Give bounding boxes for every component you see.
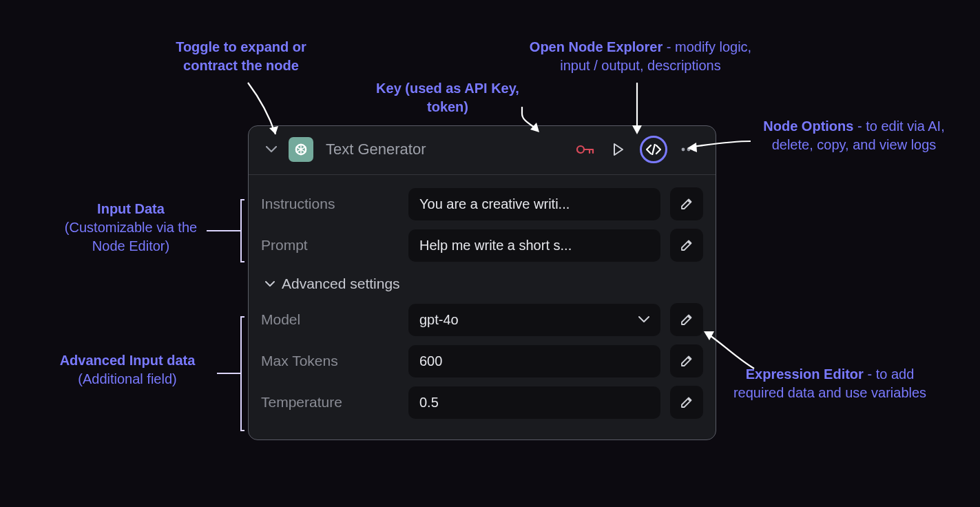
temperature-value: 0.5 [419,395,439,411]
pencil-icon [680,313,694,327]
instructions-row: Instructions You are a creative writi... [261,183,703,225]
prompt-value: Help me write a short s... [419,238,572,254]
max-tokens-field[interactable]: 600 [408,345,660,377]
prompt-edit-button[interactable] [670,229,703,262]
model-value: gpt-4o [419,312,459,328]
more-horizontal-icon [681,147,696,152]
temperature-row: Temperature 0.5 [261,382,703,423]
svg-point-4 [693,148,696,152]
svg-point-1 [577,146,584,153]
model-select[interactable]: gpt-4o [408,304,660,336]
max-tokens-edit-button[interactable] [670,344,703,377]
max-tokens-row: Max Tokens 600 [261,340,703,382]
open-node-explorer-button[interactable] [640,136,667,163]
pencil-icon [680,197,694,211]
annotation-input-data: Input Data(Customizable via the Node Edi… [52,200,210,256]
toggle-expand-button[interactable] [264,142,279,157]
max-tokens-label: Max Tokens [261,353,399,369]
node-title: Text Generator [326,141,564,158]
model-row: Model gpt-4o [261,299,703,340]
instructions-label: Instructions [261,196,399,212]
instructions-value: You are a creative writi... [419,196,570,212]
node-body: Instructions You are a creative writi...… [249,175,716,439]
key-icon [576,145,594,154]
node-header: Text Generator [249,126,716,175]
annotation-options: Node Options - to edit via AI, delete, c… [754,117,954,154]
pencil-icon [680,238,694,252]
advanced-settings-toggle[interactable]: Advanced settings [261,266,703,299]
node-options-button[interactable] [677,138,700,161]
play-icon [613,143,624,156]
prompt-row: Prompt Help me write a short s... [261,225,703,266]
chevron-down-icon [638,316,649,323]
annotation-adv-input: Advanced Input data(Additional field) [38,351,217,389]
api-key-button[interactable] [574,138,597,161]
annotation-explorer: Open Node Explorer - modify logic, input… [517,38,764,75]
svg-point-2 [682,148,685,152]
model-label: Model [261,311,399,328]
annotation-toggle: Toggle to expand or contract the node [152,38,331,75]
prompt-field[interactable]: Help me write a short s... [408,229,660,262]
temperature-field[interactable]: 0.5 [408,386,660,419]
pencil-icon [680,354,694,368]
run-button[interactable] [607,138,630,161]
pencil-icon [680,395,694,409]
temperature-label: Temperature [261,394,399,411]
temperature-edit-button[interactable] [670,386,703,419]
instructions-field[interactable]: You are a creative writi... [408,188,660,220]
max-tokens-value: 600 [419,353,442,369]
node-card: Text Generator [248,125,716,440]
svg-point-3 [687,148,691,152]
advanced-settings-label: Advanced settings [282,276,400,292]
model-edit-button[interactable] [670,303,703,336]
instructions-edit-button[interactable] [670,187,703,220]
code-icon [646,144,661,155]
chevron-down-icon [266,146,277,153]
annotation-key: Key (used as API Key, token) [372,79,523,116]
chevron-down-icon [265,281,275,287]
openai-logo-icon [289,137,313,162]
annotation-expr-editor: Expression Editor - to add required data… [730,365,930,402]
prompt-label: Prompt [261,237,399,254]
